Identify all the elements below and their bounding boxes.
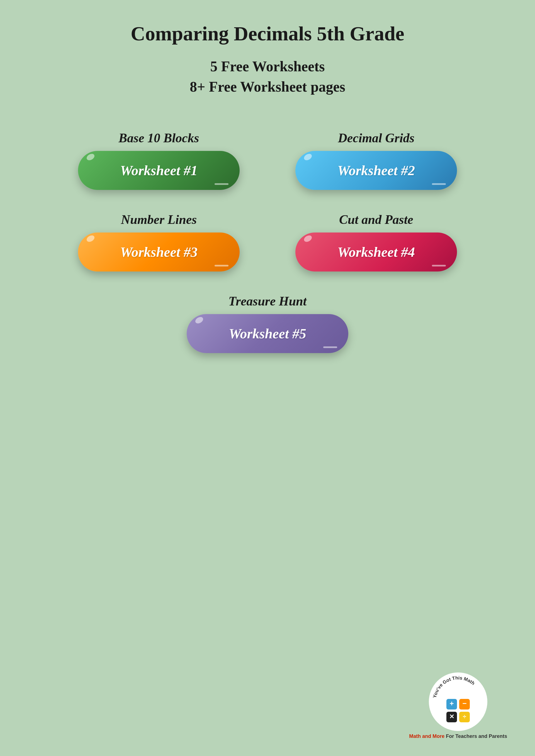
page-subtitle: 5 Free Worksheets 8+ Free Worksheet page…	[190, 57, 345, 97]
worksheet-item-4: Cut and Paste Worksheet #4	[290, 212, 463, 272]
worksheet-btn-3[interactable]: Worksheet #3	[78, 232, 239, 272]
logo-svg: You've Got This Math + − ✕ ÷	[428, 671, 489, 732]
logo-tagline: Math and More For Teachers and Parents	[409, 734, 507, 739]
ws3-label: Worksheet #3	[120, 244, 198, 260]
worksheet-btn-5[interactable]: Worksheet #5	[187, 314, 348, 353]
ws1-category: Base 10 Blocks	[119, 131, 199, 145]
svg-text:✕: ✕	[449, 713, 454, 720]
ws5-label: Worksheet #5	[229, 326, 306, 342]
svg-text:−: −	[463, 699, 467, 708]
ws1-label: Worksheet #1	[120, 162, 198, 178]
svg-point-0	[429, 672, 487, 731]
ws4-category: Cut and Paste	[339, 212, 413, 227]
ws4-label: Worksheet #4	[337, 244, 415, 260]
ws3-category: Number Lines	[121, 212, 197, 227]
ws2-label: Worksheet #2	[337, 162, 415, 178]
worksheet-item-1: Base 10 Blocks Worksheet #1	[72, 131, 245, 190]
svg-text:+: +	[450, 699, 454, 708]
worksheet-btn-4[interactable]: Worksheet #4	[296, 232, 457, 272]
worksheets-grid: Base 10 Blocks Worksheet #1 Decimal Grid…	[72, 131, 463, 353]
logo-area: You've Got This Math + − ✕ ÷ Math and Mo…	[409, 671, 507, 739]
ws5-category: Treasure Hunt	[229, 294, 307, 309]
worksheet-btn-2[interactable]: Worksheet #2	[296, 151, 457, 190]
worksheet-item-5: Treasure Hunt Worksheet #5	[72, 294, 463, 353]
worksheet-btn-1[interactable]: Worksheet #1	[78, 151, 239, 190]
page-title: Comparing Decimals 5th Grade	[131, 22, 404, 45]
svg-text:÷: ÷	[463, 713, 466, 720]
ws2-category: Decimal Grids	[338, 131, 415, 145]
worksheet-item-3: Number Lines Worksheet #3	[72, 212, 245, 272]
worksheet-item-2: Decimal Grids Worksheet #2	[290, 131, 463, 190]
